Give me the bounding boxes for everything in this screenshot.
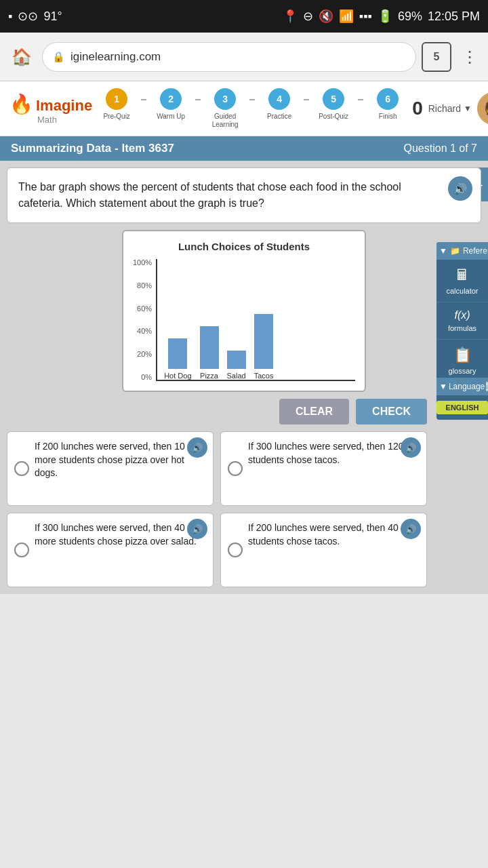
score-value: 0 <box>412 98 423 119</box>
step-4[interactable]: 4 Practice <box>255 88 304 121</box>
choice-d-card: 🔊 If 200 lunches were served, then 40 st… <box>220 513 427 587</box>
choice-a-text: If 200 lunches were served, then 10 more… <box>35 441 185 478</box>
choice-b-card: 🔊 If 300 lunches were served, then 120 s… <box>220 431 427 506</box>
language-toggle[interactable]: ▼ Language i <box>436 378 488 395</box>
logo: 🔥 Imagine Math <box>9 93 92 125</box>
choice-c-radio[interactable] <box>14 542 29 557</box>
formulas-icon: f(x) <box>454 309 470 321</box>
url-bar[interactable]: 🔒 iginelearning.com <box>42 42 416 72</box>
bar-tacos: Tacos <box>254 314 274 380</box>
language-english-button[interactable]: ENGLISH <box>436 401 488 414</box>
y-label-20pct: 20% <box>133 351 152 358</box>
bar-hotdog: Hot Dog <box>164 338 191 380</box>
y-label-0pct: 0% <box>133 374 152 381</box>
choice-c-card: 🔊 If 300 lunches were served, then 40 mo… <box>7 513 214 587</box>
choice-d-text: If 200 lunches were served, then 40 stud… <box>248 522 399 547</box>
bar-tacos-fill <box>254 314 273 369</box>
step-label-5: Post-Quiz <box>319 113 348 121</box>
clock: 12:05 PM <box>428 9 480 24</box>
clear-button[interactable]: CLEAR <box>279 399 349 425</box>
step-connector-2 <box>195 99 201 100</box>
battery-pct: 69% <box>398 9 422 24</box>
choice-c-audio-button[interactable]: 🔊 <box>187 519 207 539</box>
dnd-icon: ⊖ <box>303 9 313 24</box>
step-3[interactable]: 3 GuidedLearning <box>201 88 249 129</box>
step-label-4: Practice <box>267 113 291 121</box>
logo-area: 🔥 Imagine Math <box>9 93 92 125</box>
reference-toggle[interactable]: ▼ 📁 Reference <box>436 242 488 260</box>
bar-tacos-label: Tacos <box>254 372 274 380</box>
glossary-icon: 📋 <box>453 347 472 364</box>
formulas-button[interactable]: f(x) formulas <box>436 302 488 340</box>
choice-c-text: If 300 lunches were served, then 40 more… <box>35 522 197 547</box>
battery-status: 🔋 <box>378 9 392 24</box>
step-2[interactable]: 2 Warm Up <box>146 88 195 121</box>
step-label-1: Pre-Quiz <box>103 113 129 121</box>
choice-b-audio-button[interactable]: 🔊 <box>401 437 421 458</box>
score-area: 0 Richard ▼ 🧑 <box>412 92 488 125</box>
chevron-language-icon: ▼ <box>439 382 447 391</box>
check-button[interactable]: CHECK <box>356 399 427 425</box>
bar-salad: Salad <box>227 351 246 380</box>
browser-menu-button[interactable]: ⋮ <box>457 42 481 72</box>
y-label-80pct: 80% <box>133 282 152 290</box>
step-connector-5 <box>358 99 363 100</box>
calculator-button[interactable]: 🖩 calculator <box>436 260 488 302</box>
y-label-40pct: 40% <box>133 328 152 335</box>
step-5[interactable]: 5 Post-Quiz <box>309 88 358 121</box>
url-text: iginelearning.com <box>70 50 161 64</box>
choice-a-card: 🔊 If 200 lunches were served, then 10 mo… <box>7 431 214 506</box>
home-button[interactable]: 🏠 <box>7 42 37 72</box>
question-card: The bar graph shows the percent of stude… <box>7 167 481 223</box>
step-1[interactable]: 1 Pre-Quiz <box>92 88 141 121</box>
chart-title: Lunch Choices of Students <box>133 241 355 252</box>
choice-a-audio-button[interactable]: 🔊 <box>187 437 207 458</box>
app-header: 🔥 Imagine Math 1 Pre-Quiz 2 Warm Up 3 Gu… <box>0 81 488 136</box>
lock-icon: 🔒 <box>52 51 65 63</box>
bars-area: Hot Dog Pizza Salad Tacos <box>156 259 355 381</box>
step-connector-3 <box>249 99 255 100</box>
glossary-button[interactable]: 📋 glossary <box>436 340 488 382</box>
question-audio-button[interactable]: 🔊 <box>448 176 472 201</box>
step-label-2: Warm Up <box>157 113 185 121</box>
choice-b-text: If 300 lunches were served, then 120 stu… <box>248 441 404 465</box>
logo-imagine: Imagine <box>36 97 92 115</box>
choice-a-radio[interactable] <box>14 461 29 476</box>
step-label-3: GuidedLearning <box>212 113 239 129</box>
step-circle-4: 4 <box>268 88 290 110</box>
wifi-icon: 📶 <box>339 9 354 24</box>
step-6[interactable]: 6 Finish <box>363 88 412 121</box>
choices-grid: 🔊 If 200 lunches were served, then 10 mo… <box>7 431 481 587</box>
calculator-icon: 🖩 <box>455 267 470 284</box>
tab-count-button[interactable]: 5 <box>422 42 451 72</box>
step-circle-1: 1 <box>106 88 127 110</box>
choice-b-radio[interactable] <box>228 461 243 476</box>
browser-bar: 🏠 🔒 iginelearning.com 5 ⋮ <box>0 33 488 81</box>
choice-d-radio[interactable] <box>228 542 243 557</box>
main-content: NEXT ▶ ▼ 📁 Reference 🖩 calculator f(x) f… <box>0 161 488 594</box>
question-info: Question 1 of 7 <box>403 142 477 155</box>
temperature: 91° <box>43 9 62 24</box>
step-connector-1 <box>141 99 146 100</box>
voicemail-icon: ⊙⊙ <box>18 9 38 24</box>
y-label-100pct: 100% <box>133 259 152 267</box>
y-axis: 0% 20% 40% 60% 80% 100% <box>133 259 152 381</box>
location-icon: 📍 <box>283 9 298 24</box>
reference-icon: 📁 <box>450 246 460 256</box>
step-circle-6: 6 <box>377 88 399 110</box>
step-connector-4 <box>304 99 309 100</box>
battery-icon: ▪ <box>8 9 12 24</box>
step-circle-5: 5 <box>323 88 344 110</box>
bar-salad-fill <box>227 351 246 369</box>
user-name: Richard <box>428 103 461 114</box>
question-text: The bar graph shows the percent of stude… <box>18 179 447 212</box>
language-panel: ▼ Language i ENGLISH <box>436 378 488 420</box>
logo-math: Math <box>37 115 92 125</box>
bar-hotdog-label: Hot Dog <box>164 372 191 380</box>
bar-pizza-label: Pizza <box>200 372 218 380</box>
section-header: Summarizing Data - Item 3637 Question 1 … <box>0 136 488 161</box>
bar-pizza: Pizza <box>200 326 219 380</box>
choice-d-audio-button[interactable]: 🔊 <box>401 519 421 539</box>
user-area[interactable]: Richard ▼ <box>428 103 472 114</box>
avatar: 🧑 <box>477 92 488 125</box>
